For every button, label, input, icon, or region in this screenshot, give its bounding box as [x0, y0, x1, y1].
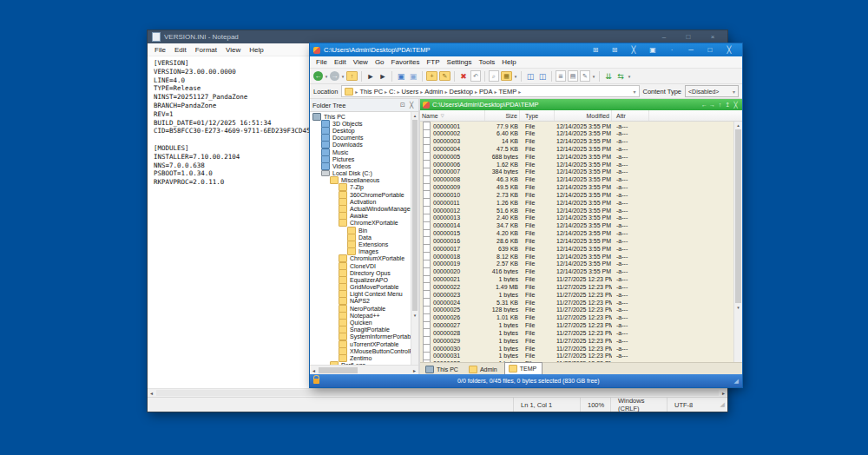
titlebar-button[interactable]: ⊞ [605, 46, 624, 54]
tree-item[interactable]: Miscellaneous [310, 177, 411, 184]
file-row[interactable]: 00000027 1 bytes File 11/27/2025 12:23 P… [420, 321, 733, 329]
tree-item[interactable]: 360ChromePortable [310, 191, 411, 198]
tree-item-label[interactable]: ChromiumXPortable [350, 255, 404, 261]
fm-menu-item[interactable]: File [312, 58, 331, 66]
tree-item[interactable]: Quicken [310, 319, 411, 326]
file-row[interactable]: 00000024 5.31 KB File 11/27/2025 12:23 P… [420, 298, 733, 306]
tree-item[interactable]: Directory Opus [310, 269, 411, 276]
file-name[interactable]: 00000007 [431, 168, 485, 175]
file-row[interactable]: 00000008 46.3 KB File 12/14/2025 3:55 PM… [420, 175, 733, 183]
scroll-up-icon[interactable]: ▴ [411, 112, 418, 119]
tree-item-label[interactable]: SystemInformerPortable [350, 333, 411, 340]
file-name[interactable]: 00000012 [431, 208, 485, 214]
tree-item-label[interactable]: Images [358, 248, 378, 254]
fm-menu-item[interactable]: Tools [475, 58, 498, 66]
file-row[interactable]: 00000030 1 bytes File 11/27/2025 12:23 P… [420, 344, 733, 352]
toolbar-icon[interactable] [454, 71, 455, 82]
tree-item-label[interactable]: NeroPortable [350, 306, 385, 312]
breadcrumb[interactable]: ▸This PC▸C:▸Users▸Admin▸Desktop▸PDA▸TEMP… [341, 85, 639, 97]
active-path-header[interactable]: C:\Users\Admin\Desktop\PDA\TEMP ←→↑↥╳ [420, 99, 742, 110]
resize-grip[interactable]: ◢ [734, 378, 739, 385]
file-name[interactable]: 00000001 [431, 123, 485, 129]
scrollbar-thumb[interactable] [319, 367, 358, 373]
toolbar-icon[interactable]: ► [365, 70, 377, 82]
toolbar-icon[interactable]: ◫ [524, 70, 536, 82]
tree-item-label[interactable]: Miscellaneous [341, 177, 379, 183]
notepad-menu-item[interactable]: Help [245, 46, 267, 54]
file-name[interactable]: 00000003 [431, 138, 485, 144]
toolbar-icon[interactable]: ✖ [457, 70, 470, 82]
file-row[interactable]: 00000026 1.01 KB File 11/27/2025 12:23 P… [420, 313, 733, 321]
tree-item[interactable]: XMouseButtonControlPortable [310, 347, 411, 354]
file-name[interactable]: 00000006 [431, 162, 485, 168]
scrollbar-thumb[interactable] [735, 129, 741, 303]
toolbar-icon[interactable]: ⌕ [489, 70, 499, 82]
chevron-down-icon[interactable]: ▾ [634, 89, 636, 95]
scroll-right-icon[interactable]: ▸ [411, 367, 418, 373]
tree-item[interactable]: Awake [310, 213, 411, 220]
file-name[interactable]: 00000030 [431, 346, 485, 352]
titlebar-button[interactable]: □ [700, 46, 720, 54]
file-row[interactable]: 00000011 1.26 KB File 12/14/2025 3:55 PM… [420, 198, 733, 206]
tree-vertical-scrollbar[interactable]: ▴ ▾ [411, 112, 418, 365]
toolbar-icon[interactable] [422, 71, 423, 82]
tree-item-label[interactable]: Notepad++ [350, 313, 380, 319]
file-row[interactable]: 00000014 34.7 KB File 12/14/2025 3:55 PM… [420, 221, 733, 229]
fm-menu-item[interactable]: Settings [444, 58, 476, 66]
toolbar-icon[interactable]: ▾ [513, 70, 518, 82]
tree-item[interactable]: CloneVDI [310, 262, 411, 269]
titlebar-button[interactable]: ╳ [624, 46, 643, 54]
toolbar-icon[interactable]: ▾ [591, 70, 596, 82]
toolbar-icon[interactable]: ⇆ [615, 70, 627, 82]
tree-item-label[interactable]: uTorrentXPortable [350, 341, 398, 347]
fm-menu-item[interactable]: FTP [423, 58, 443, 66]
toolbar-icon[interactable] [521, 71, 522, 82]
fm-menu-item[interactable]: Favorites [388, 58, 424, 66]
tree-item-label[interactable]: Data [358, 234, 372, 241]
titlebar-button[interactable]: ⊞ [586, 46, 605, 54]
file-row[interactable]: 00000019 2.57 KB File 12/14/2025 3:55 PM… [420, 260, 733, 267]
toolbar-icon[interactable]: ✎ [580, 70, 590, 82]
minimize-button[interactable]: – [654, 33, 674, 41]
file-row[interactable]: 00000009 49.5 KB File 12/14/2025 3:55 PM… [420, 183, 733, 191]
tree-item[interactable]: Music [310, 148, 411, 155]
toolbar-icon[interactable] [361, 71, 362, 82]
file-name[interactable]: 00000014 [431, 222, 485, 228]
file-row[interactable]: 00000029 1 bytes File 11/27/2025 12:23 P… [420, 336, 733, 344]
close-button[interactable]: × [702, 33, 723, 41]
tree-item[interactable]: Images [310, 248, 411, 255]
file-row[interactable]: 00000018 8.12 KB File 12/14/2025 3:55 PM… [420, 252, 733, 260]
tree-item-label[interactable]: This PC [324, 114, 345, 120]
file-name[interactable]: 00000005 [431, 154, 485, 160]
file-name[interactable]: 00000016 [431, 238, 485, 244]
file-name[interactable]: 00000020 [431, 268, 485, 274]
tree-item-label[interactable]: XMouseButtonControlPortable [350, 348, 411, 354]
scroll-down-icon[interactable]: ▾ [411, 312, 418, 319]
tree-item-label[interactable]: Zentimo [350, 355, 372, 361]
tree-item-label[interactable]: Desktop [332, 128, 355, 134]
file-row[interactable]: 00000025 128 bytes File 11/27/2025 12:23… [420, 306, 733, 313]
tree-item[interactable]: SnagitPortable [310, 326, 411, 333]
tree-item[interactable]: ActualWindowManagerPortable [310, 205, 411, 212]
tree-item[interactable]: 7-Zip [310, 184, 411, 191]
tree-item[interactable]: uTorrentXPortable [310, 340, 411, 347]
file-name[interactable]: 00000004 [431, 146, 485, 152]
tree-item-label[interactable]: EqualizerAPO [350, 277, 388, 283]
file-row[interactable]: 00000020 416 bytes File 12/14/2025 3:55 … [420, 267, 733, 275]
tree-item-label[interactable]: Local Disk (C:) [332, 170, 372, 176]
scroll-down-icon[interactable]: ▾ [734, 304, 742, 311]
tree-item[interactable]: GridMovePortable [310, 284, 411, 291]
tree-item-label[interactable]: Documents [332, 135, 363, 141]
panel-nav-icon[interactable]: ↥ [724, 102, 732, 109]
toolbar-icon[interactable]: → [330, 71, 339, 81]
notepad-menu-item[interactable]: File [150, 46, 170, 54]
file-name[interactable]: 00000031 [431, 353, 485, 359]
maximize-button[interactable]: □ [678, 33, 699, 41]
breadcrumb-segment[interactable]: ▸Admin [420, 88, 443, 96]
fm-titlebar[interactable]: C:\Users\Admin\Desktop\PDA\TEMP ⊞⊞╳▣·─□╳ [310, 43, 742, 56]
tree-item[interactable]: This PC [310, 113, 411, 120]
scrollbar-thumb[interactable] [412, 120, 418, 311]
file-row[interactable]: 00000022 1.49 MB File 11/27/2025 12:23 P… [420, 282, 733, 290]
tree-item-label[interactable]: Light Context Menu [350, 291, 403, 297]
file-name[interactable]: 00000018 [431, 254, 485, 260]
